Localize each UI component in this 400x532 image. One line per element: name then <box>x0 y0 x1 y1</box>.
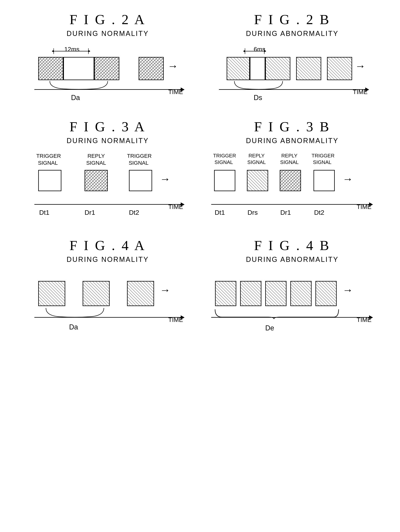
fig3b-title: F I G . 3 B <box>254 119 331 135</box>
fig4a-subtitle: DURING NORMALITY <box>67 255 149 264</box>
fig2a-da-label: Da <box>71 94 80 102</box>
fig4a-da-label: Da <box>69 323 78 331</box>
fig4a-block2 <box>83 281 110 306</box>
fig3a-arrow: → <box>160 173 170 185</box>
fig3b-blabel3: Dr1 <box>280 209 291 216</box>
fig3a-blabel2: Dr1 <box>85 209 95 216</box>
fig4a-title: F I G . 4 A <box>69 238 146 253</box>
fig3b-block4 <box>313 170 335 191</box>
fig4b-block1 <box>215 281 236 306</box>
fig3a-subtitle: DURING NORMALITY <box>67 137 149 145</box>
fig3a-time-label: TIME <box>168 203 183 210</box>
fig2b-ds-label: Ds <box>254 94 262 102</box>
fig3a-timeline <box>34 204 181 205</box>
fig3a-blabel1: Dt1 <box>39 209 50 216</box>
fig2a-block4 <box>139 57 164 80</box>
fig4b-subtitle: DURING ABNORMALITY <box>246 255 339 264</box>
panel-fig4b: F I G . 4 B DURING ABNORMALITY → TIME <box>205 238 379 333</box>
fig4a-time-label: TIME <box>168 316 183 323</box>
fig2b-subtitle: DURING ABNORMALITY <box>246 30 339 38</box>
fig3a-label1: TRIGGERSIGNAL <box>36 152 59 167</box>
fig2a-block2 <box>63 57 94 80</box>
fig3b-label1: TRIGGERSIGNAL <box>213 152 234 166</box>
fig3a-title: F I G . 3 A <box>69 119 146 135</box>
fig3b-arrow: → <box>343 173 353 185</box>
fig4a-arrow: → <box>160 284 170 296</box>
fig4b-block2 <box>240 281 261 306</box>
fig2b-diagram: 6ms → TIME <box>213 45 371 103</box>
fig4b-title: F I G . 4 B <box>254 238 331 253</box>
fig3a-label3: TRIGGERSIGNAL <box>127 152 150 167</box>
fig3b-block2 <box>247 170 268 191</box>
fig2b-dim-label: 6ms <box>254 46 265 53</box>
fig2b-block2 <box>250 57 265 80</box>
panel-fig3b: F I G . 3 B DURING ABNORMALITY TRIGGERSI… <box>205 119 379 222</box>
fig3a-block3 <box>129 170 152 191</box>
fig2b-block1 <box>227 57 250 80</box>
fig2a-dim-label: 12ms <box>64 46 79 53</box>
fig3a-block2 <box>85 170 108 191</box>
fig2b-block5 <box>327 57 352 80</box>
panel-fig4a: F I G . 4 A DURING NORMALITY → TIME <box>21 238 195 333</box>
fig3b-label4: TRIGGERSIGNAL <box>312 152 333 166</box>
fig4b-block5 <box>315 281 337 306</box>
svg-marker-1 <box>52 50 54 52</box>
fig3b-block1 <box>214 170 235 191</box>
fig4b-block3 <box>265 281 287 306</box>
fig4b-curly-brace <box>214 307 340 319</box>
fig2b-title: F I G . 2 B <box>254 12 331 28</box>
fig2a-block3 <box>94 57 119 80</box>
row-1: F I G . 2 A DURING NORMALITY 12ms <box>15 12 385 103</box>
fig4b-arrow: → <box>343 284 353 296</box>
fig4a-brace <box>44 307 106 319</box>
fig3a-blabel3: Dt2 <box>129 209 139 216</box>
svg-marker-2 <box>88 50 90 52</box>
fig3b-timeline <box>211 204 369 205</box>
fig2a-time-label: TIME <box>168 89 183 95</box>
fig3a-label2: REPLYSIGNAL <box>83 152 110 167</box>
fig2a-title: F I G . 2 A <box>69 12 146 28</box>
fig4b-de-label: De <box>265 324 274 332</box>
row-2: F I G . 3 A DURING NORMALITY TRIGGERSIGN… <box>15 119 385 222</box>
fig3b-block3 <box>280 170 301 191</box>
fig4b-block4 <box>290 281 312 306</box>
svg-marker-6 <box>243 50 245 52</box>
fig2a-subtitle: DURING NORMALITY <box>67 30 149 38</box>
fig3a-diagram: TRIGGERSIGNAL REPLYSIGNAL TRIGGERSIGNAL … <box>29 152 187 222</box>
fig4a-block1 <box>38 281 65 306</box>
fig2b-arrow: → <box>355 60 366 72</box>
fig3b-label2: REPLYSIGNAL <box>246 152 267 166</box>
fig4a-diagram: → TIME Da <box>29 271 187 333</box>
fig3b-blabel1: Dt1 <box>215 209 225 216</box>
panel-fig2a: F I G . 2 A DURING NORMALITY 12ms <box>21 12 195 103</box>
row-3: F I G . 4 A DURING NORMALITY → TIME <box>15 238 385 333</box>
fig3b-blabel2: Drs <box>248 209 258 216</box>
fig3b-time-label: TIME <box>357 203 371 210</box>
fig4b-time-label: TIME <box>357 316 371 323</box>
fig3b-label3: REPLYSIGNAL <box>279 152 300 166</box>
fig2a-brace <box>48 80 110 91</box>
fig2b-block4 <box>296 57 321 80</box>
fig2b-block3 <box>265 57 290 80</box>
fig2b-time-label: TIME <box>353 89 368 95</box>
panel-fig3a: F I G . 3 A DURING NORMALITY TRIGGERSIGN… <box>21 119 195 222</box>
panel-fig2b: F I G . 2 B DURING ABNORMALITY 6ms <box>205 12 379 103</box>
fig2a-block1 <box>38 57 63 80</box>
fig4a-block3b <box>127 281 154 306</box>
fig2b-brace <box>232 80 285 91</box>
fig2a-diagram: 12ms → TIME Da <box>29 45 187 103</box>
fig4b-diagram: → TIME De <box>209 271 375 333</box>
fig3b-diagram: TRIGGERSIGNAL REPLYSIGNAL REPLYSIGNAL TR… <box>209 152 375 222</box>
fig3b-subtitle: DURING ABNORMALITY <box>246 137 339 145</box>
fig3a-block1 <box>38 170 61 191</box>
fig2a-arrow: → <box>168 60 178 72</box>
page: F I G . 2 A DURING NORMALITY 12ms <box>0 0 400 532</box>
fig3b-blabel4: Dt2 <box>314 209 324 216</box>
